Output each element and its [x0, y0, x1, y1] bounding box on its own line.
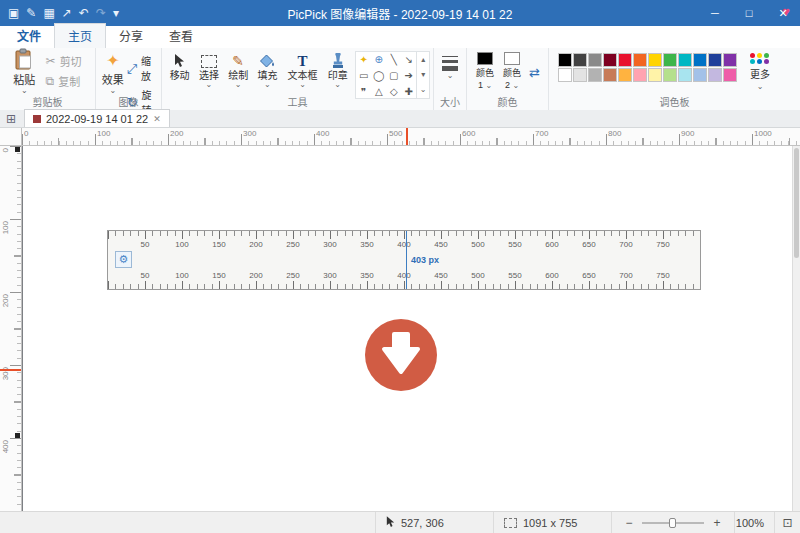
quickbar-more-icon[interactable]: ▾: [113, 7, 119, 19]
fill-tool-button[interactable]: 填充 ⌄: [253, 49, 282, 95]
move-tool-button[interactable]: 移动: [165, 49, 194, 95]
palette-color-swatch[interactable]: [723, 68, 737, 82]
ribbon-tab-2[interactable]: 分享: [106, 24, 156, 48]
ellipse-shape-icon[interactable]: ◯: [371, 68, 386, 84]
palette-color-swatch[interactable]: [663, 53, 677, 67]
gallery-up-icon[interactable]: ▴: [417, 52, 429, 67]
palette-color-swatch[interactable]: [693, 53, 707, 67]
editor-icon[interactable]: ✎: [26, 7, 36, 19]
zoom-slider[interactable]: [642, 516, 704, 530]
line-shape-icon[interactable]: ╲: [386, 52, 401, 68]
palette-color-swatch[interactable]: [648, 68, 662, 82]
paste-button[interactable]: 粘贴 ⌄: [3, 49, 46, 95]
color-dot: [764, 53, 769, 58]
copy-label: 复制: [58, 73, 80, 89]
image-canvas[interactable]: 5010015020025030035040045050055060065070…: [23, 146, 792, 511]
scrollbar-thumb[interactable]: [794, 148, 799, 258]
ruler-mark: 0: [24, 129, 28, 138]
fit-window-icon[interactable]: ⊡: [782, 516, 792, 530]
window-grid-icon[interactable]: ⊞: [6, 112, 16, 126]
ruler-tool-number: 600: [545, 271, 558, 280]
palette-color-swatch[interactable]: [603, 53, 617, 67]
maximize-button[interactable]: □: [732, 0, 766, 26]
palette-group-label: 调色板: [549, 94, 800, 109]
minimize-button[interactable]: ─: [698, 0, 732, 26]
textbox-tool-button[interactable]: T 文本框 ⌄: [282, 49, 323, 95]
palette-color-swatch[interactable]: [618, 53, 632, 67]
size-caret-icon: ⌄: [447, 72, 454, 80]
color-grid-icon[interactable]: ▦: [43, 7, 54, 19]
ruler-tool-number: 200: [249, 240, 262, 249]
curve-shape-icon[interactable]: ➔: [401, 68, 416, 84]
canvas-resize-handle[interactable]: [15, 147, 20, 152]
copy-button[interactable]: ⧉ 复制: [46, 73, 92, 89]
ruler-mark: 200: [170, 129, 183, 138]
cut-button[interactable]: ✂ 剪切: [46, 53, 92, 69]
ribbon-tab-0[interactable]: 文件: [4, 24, 54, 48]
canvas-resize-handle[interactable]: [15, 433, 20, 438]
palette-color-swatch[interactable]: [708, 68, 722, 82]
palette-group: 更多 ⌄ 调色板: [549, 48, 800, 110]
palette-color-swatch[interactable]: [618, 68, 632, 82]
shape-gallery: ✦⊕╲↘▭◯▢➔❞△◇✚: [355, 51, 417, 99]
palette-color-swatch[interactable]: [588, 68, 602, 82]
swap-colors-button[interactable]: ⇄: [526, 49, 544, 95]
ruler-mark: [314, 134, 315, 145]
blur-shape-icon[interactable]: ⊕: [371, 52, 386, 68]
palette-color-swatch[interactable]: [723, 53, 737, 67]
palette-color-swatch[interactable]: [573, 68, 587, 82]
horizontal-ruler: 01002003004005006007008009001000: [0, 128, 800, 146]
close-button[interactable]: ✕: [766, 0, 800, 26]
stamp-tool-button[interactable]: 印章 ⌄: [323, 49, 352, 95]
line-size-button[interactable]: ⌄: [437, 49, 463, 95]
resize-button[interactable]: ⤢ 缩放: [127, 53, 158, 83]
capture-icon[interactable]: ▣: [8, 7, 19, 19]
palette-color-swatch[interactable]: [603, 68, 617, 82]
effects-button[interactable]: ✦ 效果 ⌄: [99, 49, 127, 95]
zoom-slider-thumb[interactable]: [669, 518, 676, 528]
palette-color-swatch[interactable]: [663, 68, 677, 82]
vertical-ruler: 0100200300400: [0, 146, 22, 511]
gallery-down-icon[interactable]: ▾: [417, 67, 429, 82]
share-icon[interactable]: ↗: [62, 7, 72, 19]
palette-color-swatch[interactable]: [678, 68, 692, 82]
tab-close-icon[interactable]: ✕: [153, 114, 161, 124]
select-tool-button[interactable]: 选择 ⌄: [194, 49, 223, 95]
cut-icon: ✂: [46, 55, 56, 67]
zoom-in-button[interactable]: +: [710, 516, 724, 530]
palette-color-swatch[interactable]: [633, 68, 647, 82]
more-colors-button[interactable]: 更多 ⌄: [737, 49, 783, 95]
zoom-out-button[interactable]: −: [622, 516, 636, 530]
color-dot: [764, 59, 769, 64]
palette-color-swatch[interactable]: [678, 53, 692, 67]
undo-icon[interactable]: ↶: [79, 7, 89, 19]
rectangle-shape-icon[interactable]: ▭: [356, 68, 371, 84]
document-tab[interactable]: 2022-09-19 14 01 22 ✕: [24, 109, 170, 127]
ruler-mark: 600: [462, 129, 475, 138]
ruler-mark: 100: [97, 129, 110, 138]
highlight-shape-icon[interactable]: ✦: [356, 52, 371, 68]
palette-color-swatch[interactable]: [708, 53, 722, 67]
palette-color-swatch[interactable]: [573, 53, 587, 67]
palette-color-swatch[interactable]: [633, 53, 647, 67]
ribbon-tab-3[interactable]: 查看: [156, 24, 206, 48]
color2-button[interactable]: 颜色 2 ⌄: [499, 49, 526, 95]
redo-icon[interactable]: ↷: [96, 7, 106, 19]
vertical-scrollbar[interactable]: [792, 146, 800, 511]
ruler-tool-number: 350: [360, 271, 373, 280]
palette-color-swatch[interactable]: [693, 68, 707, 82]
palette-color-swatch[interactable]: [558, 68, 572, 82]
palette-color-swatch[interactable]: [558, 53, 572, 67]
ruler-mark: 100: [1, 221, 10, 234]
ruler-tool-number: 750: [656, 240, 669, 249]
palette-color-swatch[interactable]: [648, 53, 662, 67]
color1-button[interactable]: 颜色 1 ⌄: [472, 49, 499, 95]
rounded-rect-shape-icon[interactable]: ▢: [386, 68, 401, 84]
color1-caret-icon: ⌄: [485, 81, 492, 90]
vertical-ruler-marks: 0100200300400: [0, 146, 21, 511]
arrow-shape-icon[interactable]: ↘: [401, 52, 416, 68]
draw-tool-button[interactable]: ✎ 绘制 ⌄: [224, 49, 253, 95]
document-icon: [33, 115, 41, 123]
ribbon-tab-1[interactable]: 主页: [54, 23, 106, 48]
palette-color-swatch[interactable]: [588, 53, 602, 67]
